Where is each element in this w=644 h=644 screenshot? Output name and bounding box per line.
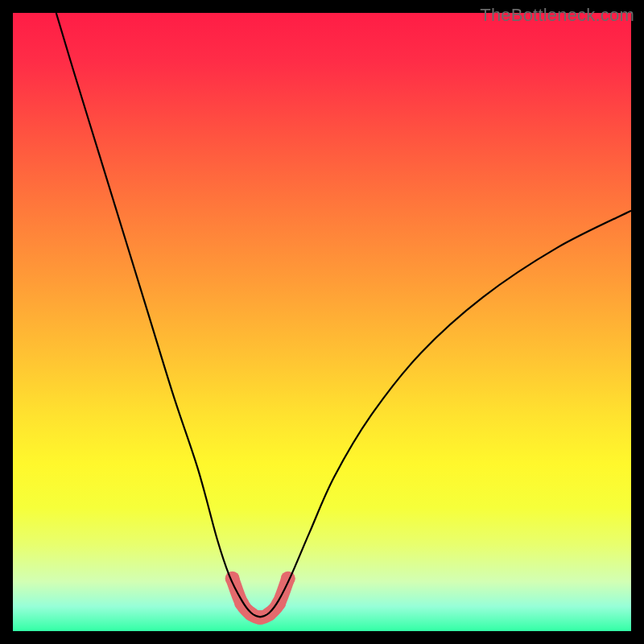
watermark-text: TheBottleneck.com bbox=[480, 5, 634, 26]
chart-frame: TheBottleneck.com bbox=[0, 0, 644, 644]
bottleneck-curve bbox=[56, 13, 631, 617]
chart-svg bbox=[13, 13, 631, 631]
plot-area bbox=[13, 13, 631, 631]
